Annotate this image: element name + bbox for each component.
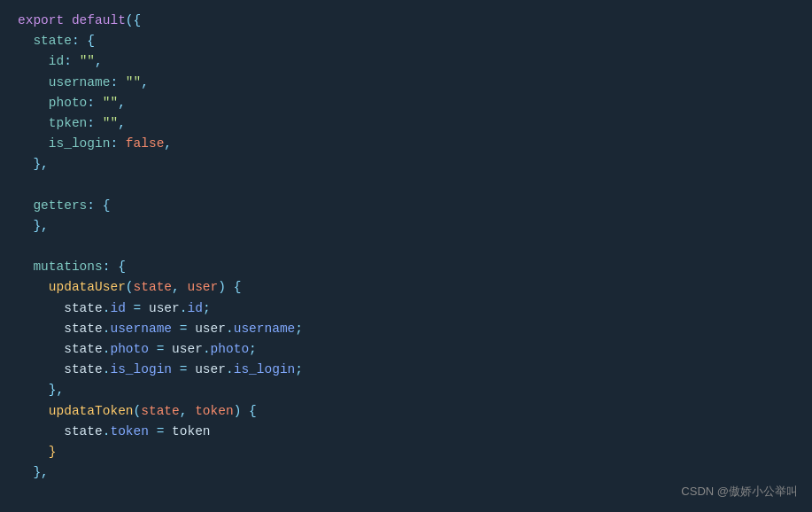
code-line: state.id = user.id; bbox=[0, 299, 812, 319]
token: state bbox=[141, 401, 180, 422]
token: updataToken bbox=[49, 401, 134, 422]
token: token bbox=[195, 401, 234, 422]
token: username bbox=[234, 319, 296, 339]
token: , bbox=[41, 154, 49, 175]
code-line: is_login: false, bbox=[0, 134, 812, 154]
token: { bbox=[80, 31, 95, 51]
token: "" bbox=[103, 93, 118, 113]
token: state bbox=[134, 277, 173, 298]
token: ( bbox=[126, 277, 134, 298]
token: state bbox=[64, 360, 103, 380]
token: export bbox=[18, 11, 64, 31]
token bbox=[18, 216, 33, 237]
token: token bbox=[172, 422, 211, 442]
code-line: tpken: "", bbox=[0, 113, 812, 134]
token: = bbox=[157, 422, 165, 442]
token: . bbox=[103, 360, 111, 380]
token: , bbox=[95, 51, 103, 72]
token: : bbox=[110, 134, 118, 154]
code-line: state.username = user.username; bbox=[0, 319, 812, 339]
token: , bbox=[41, 216, 49, 237]
token bbox=[118, 134, 126, 154]
token: = bbox=[157, 339, 165, 360]
token: photo bbox=[211, 339, 250, 360]
token: : bbox=[87, 113, 95, 134]
token: getters bbox=[33, 196, 87, 216]
token: photo bbox=[110, 339, 149, 360]
token: user bbox=[172, 339, 203, 360]
token bbox=[18, 31, 33, 51]
token: photo bbox=[49, 93, 88, 113]
token: user bbox=[149, 299, 180, 319]
token bbox=[18, 339, 64, 360]
token: state bbox=[33, 31, 72, 51]
token bbox=[95, 113, 103, 134]
token: username bbox=[49, 73, 111, 93]
token: state bbox=[64, 299, 103, 319]
token bbox=[126, 299, 134, 319]
token: : bbox=[87, 93, 95, 113]
token: "" bbox=[103, 113, 118, 134]
token bbox=[118, 73, 126, 93]
token: : bbox=[64, 51, 72, 72]
token: state bbox=[64, 339, 103, 360]
token bbox=[187, 319, 195, 339]
token bbox=[18, 360, 64, 380]
token bbox=[180, 277, 188, 298]
token: id bbox=[187, 299, 202, 319]
token bbox=[18, 462, 33, 483]
token: ) { bbox=[234, 401, 257, 422]
token bbox=[18, 401, 49, 422]
token: false bbox=[126, 134, 165, 154]
token: . bbox=[180, 299, 188, 319]
token: : bbox=[110, 73, 118, 93]
code-line bbox=[0, 175, 812, 196]
token: ; bbox=[203, 299, 211, 319]
token: } bbox=[33, 154, 41, 175]
token: , bbox=[164, 134, 172, 154]
token bbox=[18, 113, 49, 134]
token: } bbox=[49, 442, 57, 462]
token: token bbox=[110, 422, 149, 442]
code-line: state: { bbox=[0, 31, 812, 51]
code-line: }, bbox=[0, 154, 812, 175]
token bbox=[18, 299, 64, 319]
token: id bbox=[49, 51, 64, 72]
token: : bbox=[103, 257, 111, 277]
token: }, bbox=[49, 380, 64, 400]
token bbox=[141, 299, 149, 319]
token: "" bbox=[80, 51, 95, 72]
token: . bbox=[103, 299, 111, 319]
token: . bbox=[103, 319, 111, 339]
token: user bbox=[195, 319, 226, 339]
token: , bbox=[118, 113, 126, 134]
token: . bbox=[226, 319, 234, 339]
token bbox=[18, 277, 49, 298]
token bbox=[187, 360, 195, 380]
token bbox=[95, 93, 103, 113]
token bbox=[18, 73, 49, 93]
token: is_login bbox=[234, 360, 296, 380]
token: : bbox=[72, 31, 80, 51]
token bbox=[72, 51, 80, 72]
token: "" bbox=[126, 73, 141, 93]
code-line: }, bbox=[0, 216, 812, 237]
token bbox=[187, 401, 195, 422]
code-line: state.photo = user.photo; bbox=[0, 339, 812, 360]
token: = bbox=[134, 299, 142, 319]
code-line: state.token = token bbox=[0, 422, 812, 442]
code-line bbox=[0, 237, 812, 257]
code-content: export default({ state: { id: "", userna… bbox=[0, 11, 812, 483]
token bbox=[18, 134, 49, 154]
token bbox=[149, 339, 157, 360]
code-line: getters: { bbox=[0, 196, 812, 216]
token bbox=[172, 319, 180, 339]
token bbox=[18, 422, 64, 442]
token bbox=[18, 51, 49, 72]
token: ({ bbox=[126, 11, 141, 31]
token: { bbox=[95, 196, 110, 216]
code-line: updataToken(state, token) { bbox=[0, 401, 812, 422]
token: . bbox=[103, 422, 111, 442]
code-line: state.is_login = user.is_login; bbox=[0, 360, 812, 380]
token: , bbox=[141, 73, 149, 93]
